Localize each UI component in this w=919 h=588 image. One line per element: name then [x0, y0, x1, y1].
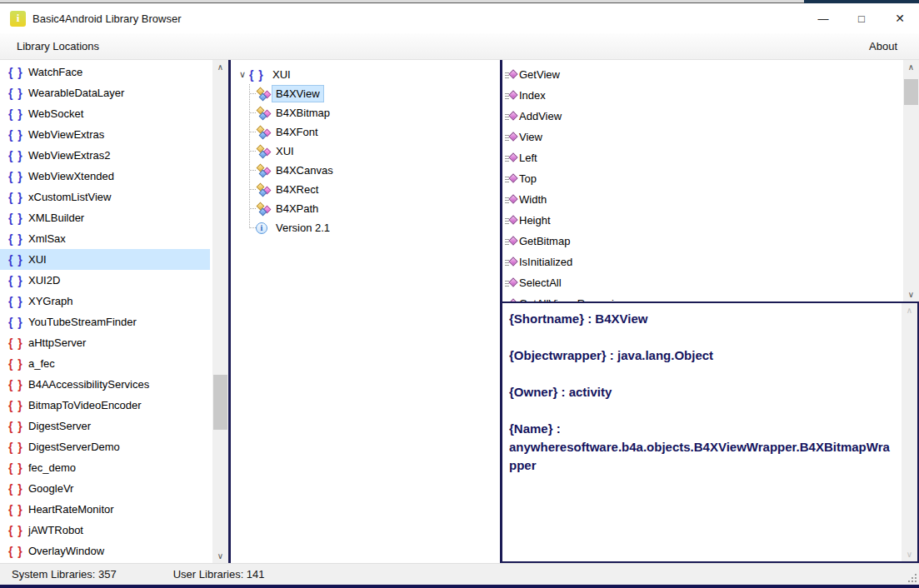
method-icon-diamond [508, 69, 517, 78]
details-line: anywheresoftware.b4a.objects.B4XViewWrap… [509, 438, 897, 475]
member-item[interactable]: Index [502, 85, 903, 106]
library-item[interactable]: { }OverlayWindow [0, 541, 210, 561]
tree-root-label: XUI [269, 67, 294, 82]
library-item[interactable]: { }WebViewExtras2 [0, 145, 210, 166]
scroll-down-icon[interactable]: ∨ [212, 549, 228, 563]
scroll-up-icon[interactable]: ∧ [212, 60, 228, 74]
tree-connector [250, 112, 256, 113]
menu-about[interactable]: About [864, 37, 902, 56]
details-line [509, 401, 897, 420]
member-list-scrollbar[interactable]: ∧ ∨ [903, 60, 919, 301]
library-item[interactable]: { }XYGraph [0, 291, 210, 311]
library-item[interactable]: { }WebViewExtras [0, 124, 210, 145]
library-item[interactable]: { }GoogleVr [0, 478, 210, 499]
library-item[interactable]: { }DigestServer [0, 416, 210, 436]
member-list: GetViewIndexAddViewViewLeftTopWidthHeigh… [502, 60, 903, 301]
library-item-label: XMLBuilder [28, 212, 84, 224]
library-item-label: xCustomListView [28, 191, 111, 203]
library-item[interactable]: { }YouTubeStreamFinder [0, 311, 210, 332]
tree-class-item[interactable]: B4XView [231, 84, 500, 103]
member-item[interactable]: Left [502, 147, 903, 168]
member-item[interactable]: IsInitialized [502, 252, 903, 272]
member-item[interactable]: GetAllViewsRecursive [502, 293, 903, 301]
braces-icon: { } [8, 316, 28, 329]
method-icon-diamond [508, 90, 517, 99]
library-item[interactable]: { }WebSocket [0, 103, 210, 124]
tree-class-item[interactable]: XUI [231, 142, 500, 161]
braces-icon: { } [8, 461, 28, 475]
braces-icon: { } [8, 441, 28, 454]
member-item[interactable]: SelectAll [502, 272, 903, 293]
library-item[interactable]: { }DigestServerDemo [0, 436, 210, 457]
library-item-label: YouTubeStreamFinder [28, 316, 137, 328]
library-item-label: GoogleVr [28, 482, 73, 495]
braces-icon: { } [8, 191, 28, 204]
tree-class-item[interactable]: B4XFont [231, 122, 500, 142]
resize-grip[interactable] [907, 572, 917, 582]
library-item[interactable]: { }WebViewXtended [0, 166, 210, 187]
scroll-up-icon[interactable]: ∧ [902, 303, 917, 317]
library-item[interactable]: { }XUI2D [0, 270, 210, 291]
library-item[interactable]: { }WearableDataLayer [0, 82, 210, 103]
method-icon [505, 277, 519, 289]
library-item[interactable]: { }WatchFace [0, 62, 210, 82]
member-item[interactable]: GetView [502, 64, 903, 85]
library-item-label: DigestServer [28, 420, 91, 432]
menu-library-locations[interactable]: Library Locations [12, 37, 104, 56]
chevron-down-icon[interactable]: ∨ [236, 69, 249, 80]
method-icon [505, 69, 519, 81]
braces-icon: { } [8, 420, 28, 433]
background-window-strip [0, 0, 919, 3]
method-icon [505, 132, 519, 143]
library-item-label: WebViewXtended [28, 170, 114, 182]
tree-root-item[interactable]: ∨{ }XUI [231, 65, 500, 84]
library-item[interactable]: { }XMLBuilder [0, 207, 210, 228]
scroll-up-icon[interactable]: ∧ [903, 60, 919, 74]
braces-icon: { } [8, 128, 28, 142]
member-item[interactable]: GetBitmap [502, 231, 903, 252]
library-list-scrollbar[interactable]: ∧ ∨ [212, 60, 228, 563]
minimize-button[interactable]: — [804, 3, 842, 33]
library-item[interactable]: { }HeartRateMonitor [0, 499, 210, 520]
library-item[interactable]: { }fec_demo [0, 457, 210, 478]
class-icon [256, 182, 272, 197]
details-scrollbar[interactable]: ∧ ∨ [902, 303, 917, 561]
member-item[interactable]: View [502, 127, 903, 147]
method-icon-diamond [508, 236, 517, 245]
library-item[interactable]: { }B4AAccessibilityServices [0, 374, 210, 395]
method-icon [505, 111, 519, 122]
library-item-label: WearableDataLayer [28, 87, 124, 99]
status-system-libraries: System Libraries: 357 [12, 568, 117, 581]
library-list: { }WatchFace{ }WearableDataLayer{ }WebSo… [0, 60, 210, 563]
member-item-label: Left [519, 152, 537, 164]
braces-icon: { } [8, 274, 28, 287]
library-item[interactable]: { }BitmapToVideoEncoder [0, 395, 210, 416]
tree-version-item[interactable]: iVersion 2.1 [231, 218, 500, 237]
tree-class-item[interactable]: B4XBitmap [231, 103, 500, 122]
member-item-label: IsInitialized [519, 256, 572, 268]
library-item[interactable]: { }jAWTRobot [0, 520, 210, 541]
member-item-label: Height [519, 214, 551, 227]
tree-class-item[interactable]: B4XPath [231, 199, 500, 218]
close-button[interactable]: ✕ [881, 3, 919, 33]
scroll-down-icon[interactable]: ∨ [903, 287, 919, 301]
member-item[interactable]: AddView [502, 106, 903, 127]
class-icon [256, 202, 272, 217]
member-item[interactable]: Height [502, 210, 903, 231]
library-item[interactable]: { }aHttpServer [0, 332, 210, 353]
app-window: i Basic4Android Library Browser — □ ✕ Li… [0, 0, 919, 588]
scroll-down-icon[interactable]: ∨ [902, 547, 917, 561]
tree-class-item[interactable]: B4XCanvas [231, 161, 500, 180]
braces-icon: { } [8, 107, 28, 121]
member-item[interactable]: Top [502, 168, 903, 189]
scrollbar-thumb[interactable] [904, 79, 918, 105]
scrollbar-thumb[interactable] [213, 375, 227, 430]
maximize-button[interactable]: □ [842, 3, 881, 33]
library-item[interactable]: { }a_fec [0, 353, 210, 374]
library-item[interactable]: { }xCustomListView [0, 187, 210, 207]
library-item[interactable]: { }XUI [0, 249, 210, 270]
library-item[interactable]: { }XmlSax [0, 228, 210, 249]
member-item[interactable]: Width [502, 189, 903, 210]
member-item-label: SelectAll [519, 277, 562, 289]
tree-class-item[interactable]: B4XRect [231, 180, 500, 199]
